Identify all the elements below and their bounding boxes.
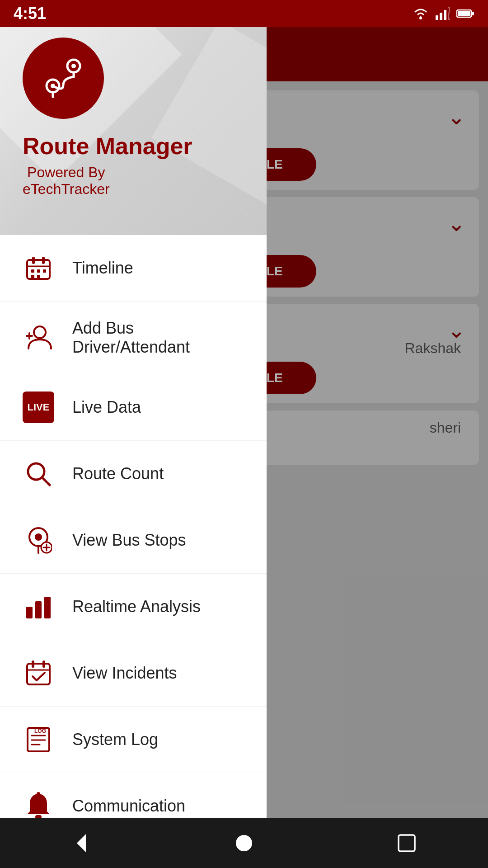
timeline-label: Timeline [72, 259, 133, 278]
sidebar-item-view-incidents[interactable]: View Incidents [0, 640, 267, 707]
svg-text:LOG: LOG [34, 728, 46, 734]
drawer-header: Route Manager Powered ByeTechTracker [0, 0, 267, 235]
back-icon [70, 832, 93, 854]
sidebar-item-add-driver[interactable]: Add Bus Driver/Attendant [0, 302, 267, 374]
svg-rect-30 [32, 660, 34, 668]
recent-icon [396, 833, 417, 854]
search-icon [23, 458, 54, 490]
person-add-icon [23, 322, 54, 354]
svg-rect-11 [37, 269, 40, 273]
powered-by-text: Powered ByeTechTracker [23, 164, 110, 197]
svg-rect-41 [436, 15, 438, 20]
svg-rect-43 [444, 10, 446, 20]
status-bar: 4:51 [0, 0, 488, 27]
view-bus-stops-label: View Bus Stops [72, 531, 186, 550]
add-driver-label: Add Bus Driver/Attendant [72, 319, 244, 357]
location-add-icon [23, 524, 54, 556]
svg-point-50 [236, 835, 252, 851]
realtime-analysis-label: Realtime Analysis [72, 597, 201, 616]
status-icons [412, 7, 474, 20]
live-icon: LIVE [23, 392, 54, 423]
svg-rect-7 [32, 257, 35, 264]
route-count-label: Route Count [72, 464, 164, 483]
svg-rect-26 [26, 607, 33, 618]
svg-rect-28 [44, 597, 51, 618]
svg-rect-47 [472, 12, 474, 15]
view-incidents-label: View Incidents [72, 664, 177, 683]
back-button[interactable] [63, 825, 99, 861]
svg-rect-8 [42, 257, 45, 264]
sidebar-item-system-log[interactable]: LOG System Log [0, 707, 267, 773]
svg-point-40 [419, 17, 422, 19]
app-logo [23, 38, 104, 119]
sidebar-item-view-bus-stops[interactable]: View Bus Stops [0, 507, 267, 574]
system-log-label: System Log [72, 730, 158, 749]
live-data-label: Live Data [72, 398, 141, 417]
sidebar-item-timeline[interactable]: Timeline [0, 235, 267, 302]
svg-rect-31 [42, 660, 45, 668]
nav-items-list: Timeline Add Bus Driver/Attendant LIVE L… [0, 235, 267, 868]
svg-marker-49 [77, 834, 86, 852]
app-title: Route Manager [23, 132, 192, 160]
svg-rect-12 [43, 269, 46, 273]
svg-point-21 [35, 533, 42, 541]
sidebar-item-live-data[interactable]: LIVE Live Data [0, 374, 267, 441]
svg-point-39 [37, 792, 40, 796]
home-icon [233, 832, 255, 854]
nav-drawer: Route Manager Powered ByeTechTracker [0, 0, 267, 868]
svg-point-1 [71, 64, 76, 68]
route-logo-icon [38, 53, 88, 103]
svg-rect-42 [440, 13, 442, 20]
svg-rect-13 [31, 275, 34, 278]
calendar-icon [23, 252, 54, 284]
sidebar-item-realtime-analysis[interactable]: Realtime Analysis [0, 574, 267, 640]
svg-line-19 [42, 477, 50, 485]
svg-rect-51 [399, 835, 415, 851]
navigation-bar [0, 818, 488, 868]
bell-icon [23, 790, 54, 822]
svg-rect-10 [31, 269, 34, 273]
svg-rect-48 [458, 11, 470, 16]
calendar-check-icon [23, 657, 54, 689]
bar-chart-icon [23, 591, 54, 623]
log-icon: LOG [23, 724, 54, 755]
battery-icon [456, 8, 474, 19]
svg-point-15 [34, 326, 46, 338]
communication-label: Communication [72, 797, 185, 816]
svg-rect-27 [35, 601, 42, 618]
recent-button[interactable] [389, 825, 425, 861]
wifi-icon [412, 7, 429, 20]
app-subtitle: Powered ByeTechTracker [23, 164, 110, 198]
svg-rect-29 [27, 664, 50, 684]
svg-rect-14 [37, 275, 40, 278]
sidebar-item-route-count[interactable]: Route Count [0, 441, 267, 507]
signal-icon [436, 7, 450, 20]
home-button[interactable] [226, 825, 262, 861]
status-time: 4:51 [14, 4, 46, 23]
